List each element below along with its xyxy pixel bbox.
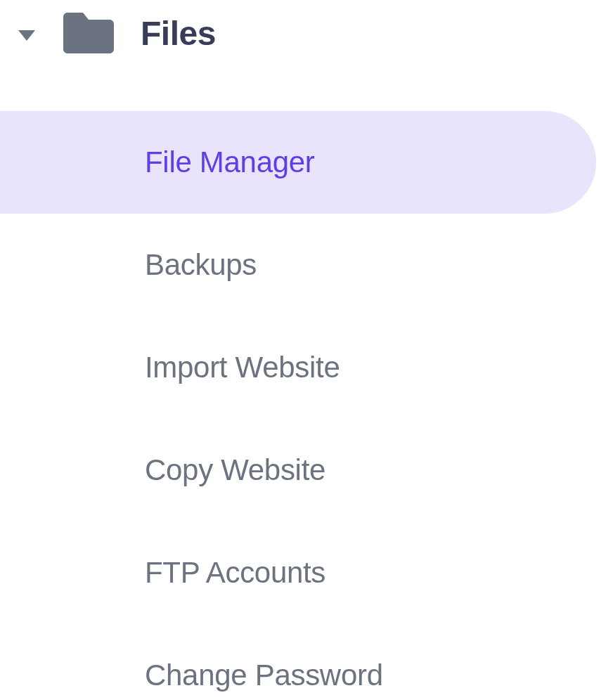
menu-item-import-website[interactable]: Import Website — [0, 316, 613, 419]
menu-item-label: FTP Accounts — [145, 556, 325, 590]
section-title: Files — [141, 14, 216, 53]
menu-item-label: Copy Website — [145, 453, 325, 487]
menu-item-file-manager[interactable]: File Manager — [0, 111, 596, 214]
menu-item-copy-website[interactable]: Copy Website — [0, 419, 613, 521]
menu-item-label: Import Website — [145, 351, 340, 384]
menu-list: File Manager Backups Import Website Copy… — [0, 111, 613, 700]
menu-item-change-password[interactable]: Change Password — [0, 624, 613, 700]
section-header-files[interactable]: Files — [0, 13, 613, 53]
menu-item-label: Change Password — [145, 659, 383, 692]
menu-item-backups[interactable]: Backups — [0, 214, 613, 316]
folder-icon — [63, 13, 114, 53]
sidebar-section-files: Files File Manager Backups Import Websit… — [0, 0, 613, 700]
chevron-down-icon — [18, 30, 35, 41]
menu-item-label: Backups — [145, 248, 257, 282]
menu-item-label: File Manager — [145, 145, 315, 179]
menu-item-ftp-accounts[interactable]: FTP Accounts — [0, 521, 613, 624]
